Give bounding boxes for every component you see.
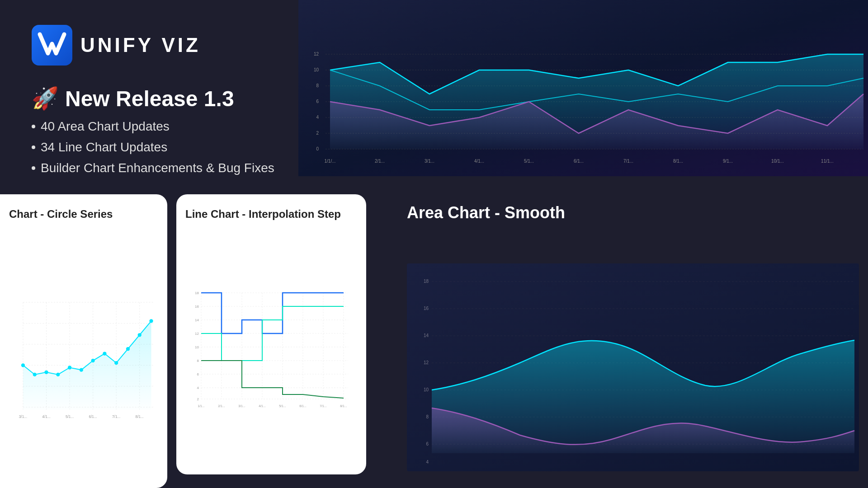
svg-text:6/1...: 6/1...: [89, 415, 97, 419]
svg-text:3/1...: 3/1...: [19, 415, 27, 419]
list-item: 34 Line Chart Updates: [32, 140, 274, 155]
svg-text:6/1...: 6/1...: [574, 159, 584, 164]
bullet-icon: [32, 125, 35, 128]
circle-series-card: Chart - Circle Series: [0, 194, 167, 488]
svg-text:8/1...: 8/1...: [136, 415, 144, 419]
svg-text:10/1...: 10/1...: [771, 159, 784, 164]
svg-point-44: [91, 359, 95, 362]
svg-text:7/1...: 7/1...: [320, 404, 327, 408]
line-interp-title: Line Chart - Interpolation Step: [185, 208, 357, 221]
svg-text:8: 8: [426, 414, 429, 419]
svg-text:8: 8: [197, 359, 199, 363]
release-title-text: New Release 1.3: [65, 86, 234, 111]
svg-text:1/1/...: 1/1/...: [324, 159, 335, 164]
svg-text:16: 16: [424, 306, 429, 311]
list-item: Builder Chart Enhancements & Bug Fixes: [32, 161, 274, 175]
release-title: 🚀 New Release 1.3: [32, 86, 274, 111]
line-interp-chart: 18 16 14 12 10 8 6 4 2 1/1... 2/1... 3/1…: [185, 225, 357, 474]
release-item-3: Builder Chart Enhancements & Bug Fixes: [41, 161, 274, 175]
svg-text:5/1...: 5/1...: [66, 415, 74, 419]
svg-text:5/1...: 5/1...: [279, 404, 286, 408]
svg-text:0: 0: [316, 146, 319, 151]
svg-text:2/1...: 2/1...: [375, 159, 385, 164]
release-section: 🚀 New Release 1.3 40 Area Chart Updates …: [32, 86, 274, 175]
svg-text:4/1...: 4/1...: [259, 404, 266, 408]
svg-point-49: [149, 319, 153, 323]
svg-text:2: 2: [316, 131, 319, 136]
svg-text:3/1...: 3/1...: [238, 404, 245, 408]
bullet-icon: [32, 145, 35, 149]
svg-point-40: [44, 371, 48, 374]
svg-text:4: 4: [316, 115, 319, 120]
svg-text:14: 14: [195, 318, 199, 322]
circle-series-title: Chart - Circle Series: [9, 208, 158, 221]
top-line-chart: 0 2 4 6 8 10 12 1/1/... 2/1... 3/1... 4/…: [298, 0, 868, 176]
svg-text:8/1...: 8/1...: [673, 159, 683, 164]
svg-text:6/1...: 6/1...: [299, 404, 307, 408]
svg-point-38: [21, 363, 25, 367]
area-smooth-title: Area Chart - Smooth: [407, 203, 859, 222]
svg-text:12: 12: [314, 52, 319, 56]
bullet-icon: [32, 166, 35, 170]
svg-text:2: 2: [197, 397, 199, 401]
line-interp-card: Line Chart - Interpolation Step 18 16: [176, 194, 366, 474]
circle-series-chart: 3/1... 4/1... 5/1... 6/1... 7/1... 8/1..…: [9, 225, 158, 488]
svg-text:18: 18: [195, 291, 199, 295]
svg-text:12: 12: [195, 332, 199, 336]
svg-text:7/1...: 7/1...: [623, 159, 633, 164]
svg-text:18: 18: [424, 279, 429, 284]
svg-text:4: 4: [426, 460, 429, 465]
svg-point-39: [33, 373, 37, 376]
area-smooth-chart: 18 16 14 12 10 8 6 4: [407, 230, 859, 488]
rocket-emoji: 🚀: [32, 86, 59, 111]
svg-text:14: 14: [424, 333, 429, 338]
svg-text:4/1...: 4/1...: [42, 415, 50, 419]
svg-point-43: [80, 368, 83, 372]
svg-text:9/1...: 9/1...: [723, 159, 733, 164]
svg-point-41: [56, 373, 60, 376]
svg-text:2/1...: 2/1...: [218, 404, 225, 408]
svg-text:6: 6: [426, 441, 429, 446]
svg-point-46: [114, 361, 118, 365]
svg-text:16: 16: [195, 305, 199, 309]
svg-text:6: 6: [197, 372, 199, 376]
svg-text:11/1...: 11/1...: [821, 159, 834, 164]
svg-text:10: 10: [424, 387, 429, 392]
bottom-section: Chart - Circle Series: [0, 194, 868, 488]
svg-text:7/1...: 7/1...: [112, 415, 120, 419]
svg-text:1/1...: 1/1...: [198, 404, 205, 408]
logo-icon: [32, 25, 72, 66]
svg-text:10: 10: [195, 345, 199, 349]
release-item-2: 34 Line Chart Updates: [41, 140, 167, 155]
svg-text:4: 4: [197, 386, 199, 390]
area-smooth-card: Area Chart - Smooth: [393, 194, 868, 488]
svg-text:4/1...: 4/1...: [474, 159, 484, 164]
svg-point-47: [126, 347, 130, 351]
top-chart-area: 0 2 4 6 8 10 12 1/1/... 2/1... 3/1... 4/…: [298, 0, 868, 176]
svg-point-42: [68, 366, 71, 369]
svg-text:6: 6: [316, 99, 319, 104]
svg-text:5/1...: 5/1...: [524, 159, 534, 164]
svg-text:10: 10: [314, 67, 319, 72]
svg-text:3/1...: 3/1...: [425, 159, 434, 164]
logo-name: UNIFY VIZ: [80, 34, 201, 56]
release-item-1: 40 Area Chart Updates: [41, 119, 170, 134]
svg-point-48: [138, 333, 142, 337]
svg-text:12: 12: [424, 360, 429, 365]
svg-text:8: 8: [316, 83, 319, 88]
release-list: 40 Area Chart Updates 34 Line Chart Upda…: [32, 119, 274, 175]
svg-point-45: [103, 352, 106, 355]
logo-area: UNIFY VIZ: [32, 25, 201, 66]
svg-text:8/1...: 8/1...: [340, 404, 347, 408]
list-item: 40 Area Chart Updates: [32, 119, 274, 134]
